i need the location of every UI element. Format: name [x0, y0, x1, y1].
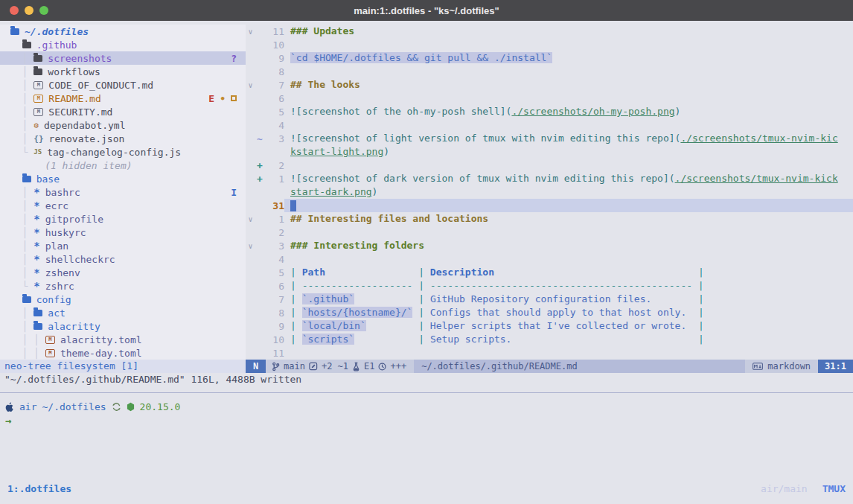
tree-item--1-hidden-item-[interactable]: (1 hidden item) — [0, 159, 246, 172]
tree-item-config[interactable]: config — [0, 293, 246, 306]
tree-item-screenshots[interactable]: │ screenshots? — [0, 51, 246, 65]
tree-item-label: base — [36, 173, 60, 185]
command-line-message: "~/.dotfiles/.github/README.md" 116L, 44… — [0, 373, 853, 386]
editor-line[interactable]: 31 — [246, 199, 853, 212]
fold-chevron-icon[interactable]: ∨ — [246, 28, 255, 36]
editor-line[interactable]: kstart-light.png) — [246, 145, 853, 159]
star-icon: * — [33, 242, 39, 249]
fold-chevron-icon[interactable]: ∨ — [246, 81, 255, 89]
tree-item-security-md[interactable]: │ MSECURITY.md — [0, 105, 246, 118]
tree-item-readme-md[interactable]: │ MREADME.mdE• — [0, 92, 246, 105]
editor-line[interactable]: 6 — [246, 92, 853, 105]
tree-item-workflows[interactable]: │ workflows — [0, 65, 246, 78]
editor-line[interactable]: 6| ------------------- | ---------------… — [246, 279, 853, 293]
editor-line[interactable]: 9| `local/bin` | Helper scripts that I'v… — [246, 319, 853, 333]
line-text — [284, 65, 853, 78]
tree-item-plan[interactable]: │ *plan — [0, 239, 246, 252]
tree-item-alacritty-toml[interactable]: │ │ Malacritty.toml — [0, 333, 246, 346]
git-sign: + — [255, 160, 264, 171]
indent-guide: │ — [10, 321, 33, 332]
sync-icon — [112, 402, 121, 412]
editor-lines[interactable]: ∨11### Updates109`cd $HOME/.dotfiles && … — [246, 25, 853, 360]
fold-chevron-icon[interactable]: ∨ — [246, 215, 255, 223]
tree-item-label: plan — [45, 240, 68, 252]
tmux-label: TMUX — [822, 483, 846, 494]
file-tree: ~/.dotfiles .github │ screenshots? │ wor… — [0, 25, 246, 360]
tree-item-label: ecrc — [45, 200, 68, 211]
tree-item-zshrc[interactable]: └ *zshrc — [0, 279, 246, 293]
tree-item-alacritty[interactable]: │ alacritty — [0, 319, 246, 333]
editor-line[interactable]: 4 — [246, 118, 853, 132]
editor-line[interactable]: 5| Path | Description | — [246, 266, 853, 279]
line-number: 7 — [264, 80, 284, 91]
tree-item-act[interactable]: │ act — [0, 306, 246, 319]
editor-line[interactable]: 9`cd $HOME/.dotfiles && git pull && ./in… — [246, 51, 853, 65]
cursor-position: 31:1 — [818, 360, 853, 373]
tree-item-zshenv[interactable]: │ *zshenv — [0, 266, 246, 279]
tree-item-label: config — [36, 294, 71, 305]
editor-line[interactable]: 10 — [246, 38, 853, 51]
tree-item-base[interactable]: base — [0, 172, 246, 185]
editor-line[interactable]: 2 — [246, 226, 853, 239]
braces-icon: {} — [33, 134, 43, 144]
editor-line[interactable]: 10| `scripts` | Setup scripts. | — [246, 333, 853, 346]
line-text: kstart-light.png) — [284, 145, 853, 159]
fold-chevron-icon[interactable]: ∨ — [246, 242, 255, 250]
folder-icon — [22, 296, 31, 303]
tree-item-theme-day-toml[interactable]: │ │ Mtheme-day.toml — [0, 346, 246, 360]
tree-item-renovate-json[interactable]: │ {}renovate.json — [0, 132, 246, 145]
line-number: 5 — [264, 267, 284, 278]
line-number: 1 — [264, 173, 284, 185]
editor-line[interactable]: 7| `.github` | GitHub Repository configu… — [246, 293, 853, 306]
editor-line[interactable]: 8 — [246, 65, 853, 78]
markdown-file-icon: M — [33, 95, 43, 103]
tree-item-code-of-conduct-md[interactable]: │ MCODE_OF_CONDUCT.md — [0, 78, 246, 92]
editor-line[interactable]: 11 — [246, 346, 853, 360]
editor-pane[interactable]: ∨11### Updates109`cd $HOME/.dotfiles && … — [246, 25, 853, 373]
line-text — [284, 226, 853, 239]
editor-line[interactable]: 4 — [246, 252, 853, 266]
indent-guide: │ — [10, 80, 33, 91]
tree-item-tag-changelog-config-js[interactable]: └ JStag-changelog-config.js — [0, 145, 246, 159]
diff-counts: +2 ~1 — [322, 360, 348, 373]
indent-guide — [10, 160, 39, 171]
editor-line[interactable]: ∨3### Interesting folders — [246, 239, 853, 252]
git-sign: + — [255, 173, 264, 185]
tree-item--dotfiles[interactable]: ~/.dotfiles — [0, 25, 246, 38]
statusline: N main +2 ~1 E1 +++ ~/.dotfiles/.github/… — [246, 360, 853, 373]
tree-item-label: alacritty — [48, 321, 100, 332]
editor-line[interactable]: +2 — [246, 159, 853, 172]
titlebar: main:1:.dotfiles - "ks~/.dotfiles" — [0, 0, 853, 21]
tree-item-label: zshenv — [45, 267, 80, 278]
tmux-window-name[interactable]: 1:.dotfiles — [7, 483, 71, 494]
prompt-arrow[interactable]: → — [5, 414, 853, 428]
tree-item-huskyrc[interactable]: │ *huskyrc — [0, 226, 246, 239]
tree-item-dependabot-yml[interactable]: │ ⚙dependabot.yml — [0, 118, 246, 132]
terminal-window: main:1:.dotfiles - "ks~/.dotfiles" ~/.do… — [0, 0, 853, 504]
tree-item-bashrc[interactable]: │ *bashrcI — [0, 185, 246, 199]
line-number: 3 — [264, 240, 284, 252]
line-text — [284, 118, 853, 132]
line-text — [284, 159, 853, 172]
line-text — [284, 252, 853, 266]
editor-line[interactable]: ∨1## Interesting files and locations — [246, 212, 853, 226]
editor-line[interactable]: ~3![screenshot of light version of tmux … — [246, 132, 853, 145]
editor-line[interactable]: ∨7## The looks — [246, 78, 853, 92]
line-number: 5 — [264, 106, 284, 118]
tree-item-gitprofile[interactable]: │ *gitprofile — [0, 212, 246, 226]
editor-line[interactable]: 5![screenshot of the oh-my-posh shell](.… — [246, 105, 853, 118]
editor-line[interactable]: ∨11### Updates — [246, 25, 853, 38]
editor-line[interactable]: 8| `hosts/{hostname}/` | Configs that sh… — [246, 306, 853, 319]
editor-line[interactable]: +1![screenshot of dark version of tmux w… — [246, 172, 853, 185]
editor-line[interactable]: start-dark.png) — [246, 185, 853, 199]
indent-guide: │ — [10, 133, 33, 144]
tree-item-shellcheckrc[interactable]: │ *shellcheckrc — [0, 252, 246, 266]
line-text: | `scripts` | Setup scripts. | — [284, 333, 853, 346]
star-icon: * — [33, 269, 39, 276]
shell-pane[interactable]: air ~/.dotfiles 20.15.0 → — [0, 393, 853, 428]
git-status-badge: • — [220, 93, 226, 104]
branch-name: main — [284, 360, 305, 373]
tree-item-ecrc[interactable]: │ *ecrc — [0, 199, 246, 212]
tree-item--github[interactable]: .github — [0, 38, 246, 51]
node-version: 20.15.0 — [140, 401, 181, 412]
